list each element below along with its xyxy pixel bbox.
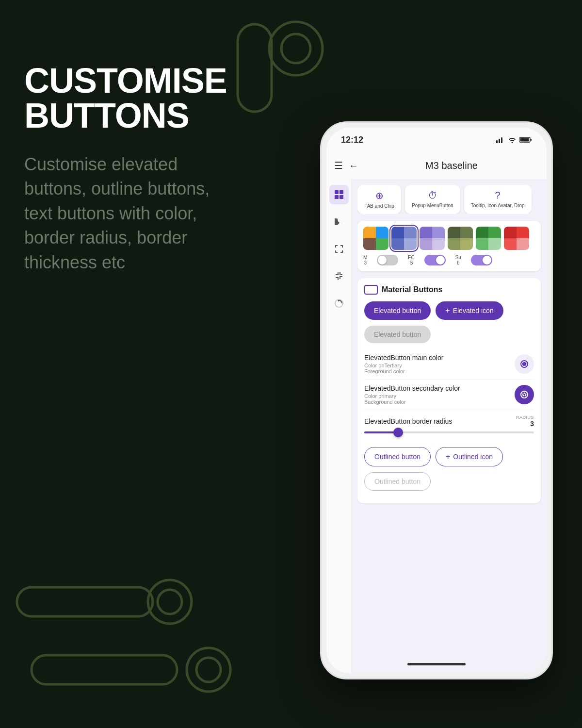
outlined-icon-button[interactable]: + Outlined icon <box>436 447 503 466</box>
svg-rect-6 <box>32 655 177 684</box>
plus-icon: + <box>445 306 450 315</box>
material-buttons-card: Material Buttons Elevated button + Eleva… <box>357 278 541 503</box>
elevated-btn-row: Elevated button + Elevated icon <box>364 301 534 320</box>
main-color-button[interactable] <box>515 354 534 374</box>
elevated-button[interactable]: Elevated button <box>364 301 431 320</box>
chip-tooltip[interactable]: ? Tooltip, Icon Avatar, Drop <box>464 185 532 214</box>
notch <box>403 128 470 141</box>
toggle-switch-2[interactable] <box>424 255 446 265</box>
swatches-section: M3 FCS <box>357 221 541 271</box>
main-color-row: ElevatedButton main color Color onTertia… <box>364 349 534 380</box>
svg-rect-10 <box>499 139 500 143</box>
sidebar-icon-grid[interactable] <box>329 185 349 204</box>
toggle-knob-3 <box>483 256 491 265</box>
disabled-btn-row: Elevated button <box>364 326 534 343</box>
main-color-info: ElevatedButton main color Color onTertia… <box>364 354 515 374</box>
left-section: CUSTOMISE BUTTONS Customise elevated but… <box>24 63 233 275</box>
swatch-6[interactable] <box>504 227 529 250</box>
battery-icon <box>519 136 532 143</box>
slider-thumb[interactable] <box>393 428 403 437</box>
svg-rect-0 <box>238 24 272 112</box>
swatches-grid <box>363 227 535 250</box>
toggles-row: M3 FCS <box>363 255 535 265</box>
swatch-1[interactable] <box>363 227 388 250</box>
slider-section: ElevatedButton border radius RADIUS 3 <box>364 410 534 442</box>
outlined-disabled-row: Outlined button <box>364 472 534 491</box>
toggle-sub-label: Sub <box>455 255 461 265</box>
sidebar-icon-expand[interactable] <box>329 239 349 259</box>
svg-point-24 <box>522 394 524 395</box>
phone-wrapper: 12:12 <box>320 121 553 679</box>
subtitle-text: Customise elevated buttons, outline butt… <box>24 152 233 275</box>
svg-point-23 <box>523 364 524 366</box>
chip-tooltip-icon: ? <box>495 190 501 201</box>
chips-row: ⊕ FAB and Chip ⏱ Popup MenuButton ? Tool… <box>357 185 541 214</box>
sub-label: Sub <box>455 255 461 265</box>
svg-rect-17 <box>335 195 339 199</box>
toggle-switch-3[interactable] <box>471 255 492 265</box>
swatch-5[interactable] <box>476 227 501 250</box>
content-area: ⊕ FAB and Chip ⏱ Popup MenuButton ? Tool… <box>326 179 547 673</box>
sidebar-icon-reset[interactable] <box>329 294 349 313</box>
svg-point-1 <box>269 22 323 75</box>
signal-icon <box>496 136 505 143</box>
svg-point-26 <box>525 394 527 395</box>
toggle-fcs-label: FCS <box>408 255 414 265</box>
toggle-2 <box>424 255 446 265</box>
palette-icon-dark <box>519 390 529 399</box>
svg-point-22 <box>525 364 526 366</box>
svg-rect-9 <box>496 140 498 143</box>
sidebar <box>326 179 352 673</box>
fcs-label: FCS <box>408 255 414 265</box>
secondary-color-button[interactable] <box>515 385 534 404</box>
svg-rect-11 <box>501 137 502 143</box>
chip-popup-icon: ⏱ <box>428 190 437 201</box>
wifi-icon <box>508 136 517 143</box>
main-color-sub2: Foreground color <box>364 368 515 374</box>
svg-point-2 <box>281 34 310 63</box>
slider-value-box: RADIUS 3 <box>516 415 534 428</box>
hamburger-icon[interactable]: ☰ <box>334 160 343 171</box>
status-bar: 12:12 <box>326 128 547 152</box>
secondary-color-row: ElevatedButton secondary color Color pri… <box>364 380 534 410</box>
slider-track[interactable] <box>364 431 534 433</box>
secondary-color-sub1: Color primary <box>364 393 515 399</box>
home-bar <box>407 663 466 665</box>
toggle-knob-1 <box>378 256 387 265</box>
section-title: Material Buttons <box>382 285 442 294</box>
status-icons <box>496 136 532 143</box>
chip-fab-label: FAB and Chip <box>364 203 394 209</box>
main-content[interactable]: ⊕ FAB and Chip ⏱ Popup MenuButton ? Tool… <box>352 179 547 673</box>
swatch-2[interactable] <box>391 227 417 250</box>
chip-popup[interactable]: ⏱ Popup MenuButton <box>405 185 460 214</box>
svg-rect-3 <box>17 587 153 616</box>
chip-fab[interactable]: ⊕ FAB and Chip <box>357 185 401 214</box>
svg-point-25 <box>524 393 525 394</box>
svg-point-19 <box>522 363 524 364</box>
sidebar-icon-moon[interactable] <box>329 212 349 232</box>
radius-label: RADIUS <box>516 415 534 420</box>
chip-fab-icon: ⊕ <box>375 190 384 201</box>
toggle-switch-1[interactable] <box>377 255 398 265</box>
back-icon[interactable]: ← <box>349 160 358 171</box>
slider-name: ElevatedButton border radius <box>364 417 452 425</box>
toggle-3 <box>471 255 492 265</box>
phone-inner: 12:12 <box>326 128 547 673</box>
sidebar-icon-compress[interactable] <box>329 266 349 286</box>
svg-point-20 <box>524 362 525 364</box>
svg-point-4 <box>148 580 192 624</box>
secondary-color-sub2: Background color <box>364 399 515 405</box>
outlined-btn-row: Outlined button + Outlined icon <box>364 447 534 466</box>
swatch-3[interactable] <box>420 227 445 250</box>
elevated-icon-button[interactable]: + Elevated icon <box>436 301 503 320</box>
outlined-plus-icon: + <box>446 452 450 461</box>
toggle-1 <box>377 255 398 265</box>
app-header: ☰ ← M3 baseline <box>326 152 547 179</box>
section-header: Material Buttons <box>364 285 534 295</box>
outlined-button[interactable]: Outlined button <box>364 447 431 466</box>
svg-point-5 <box>158 590 182 614</box>
svg-rect-13 <box>520 138 529 142</box>
swatch-4[interactable] <box>448 227 473 250</box>
phone-frame: 12:12 <box>320 121 553 679</box>
svg-rect-15 <box>335 190 339 194</box>
